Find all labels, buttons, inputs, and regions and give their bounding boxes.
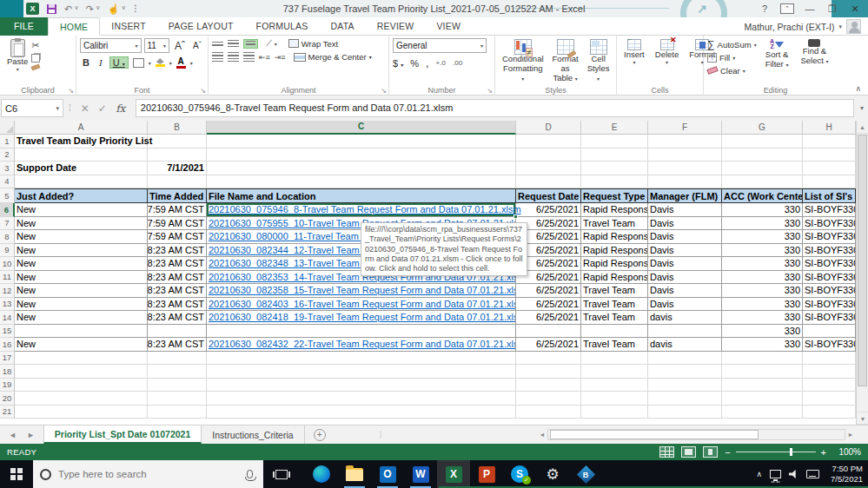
cell-F3[interactable] <box>648 162 722 175</box>
conditional-formatting-button[interactable]: ConditionalFormatting ▾ <box>499 38 547 85</box>
scrollbar-splitter[interactable]: ⁞ <box>380 431 383 439</box>
cell-E6[interactable]: Rapid Response <box>581 203 648 217</box>
cell-A19[interactable] <box>15 379 148 392</box>
cell-B7[interactable]: 07:59 AM CST <box>148 217 207 231</box>
cut-icon[interactable]: ✂ <box>31 40 40 51</box>
format-as-table-button[interactable]: Format asTable ▾ <box>549 38 582 85</box>
cell-B1[interactable] <box>148 135 207 148</box>
horizontal-scrollbar[interactable]: ◄ ► <box>537 428 856 441</box>
cell-G9[interactable]: 330 <box>722 244 803 258</box>
cancel-entry-icon[interactable]: ✕ <box>76 102 94 115</box>
cell-D18[interactable] <box>516 365 581 379</box>
cell-D14[interactable]: 6/25/2021 <box>516 311 581 325</box>
cell-G16[interactable]: 330 <box>722 338 803 352</box>
cell-A17[interactable] <box>15 352 148 366</box>
cell-A10[interactable]: New <box>15 257 148 271</box>
cell-F21[interactable] <box>648 406 722 419</box>
cell-B12[interactable]: 08:23 AM CST <box>148 284 207 298</box>
cell-B17[interactable] <box>148 352 207 366</box>
column-header-F[interactable]: F <box>648 121 722 135</box>
find-select-button[interactable]: Find &Select ▾ <box>797 38 832 76</box>
cell-D6[interactable]: 6/25/2021 <box>516 203 581 217</box>
cell-C14[interactable]: 20210630_082418_19-Travel Team Request F… <box>207 311 516 325</box>
cell-E20[interactable] <box>581 392 648 406</box>
search-input[interactable] <box>58 469 240 479</box>
cell-F19[interactable] <box>648 379 722 392</box>
cell-H17[interactable] <box>803 352 856 366</box>
italic-button[interactable]: I <box>96 57 105 68</box>
formula-input[interactable]: 20210630_075946_8-Travel Team Request Fo… <box>136 99 854 117</box>
insert-function-icon[interactable]: fx <box>111 102 130 115</box>
save-icon[interactable] <box>47 4 56 14</box>
cell-H3[interactable] <box>803 162 856 175</box>
cell-C17[interactable] <box>207 352 516 366</box>
cell-H10[interactable]: SI-BOYF330 <box>803 257 856 271</box>
cell-G1[interactable] <box>722 135 803 148</box>
cell-B2[interactable] <box>148 148 207 162</box>
cell-G11[interactable]: 330 <box>722 271 803 285</box>
collapse-ribbon-button[interactable]: ∧ <box>855 84 861 93</box>
cell-A15[interactable] <box>15 325 148 339</box>
select-all-corner[interactable] <box>0 121 15 135</box>
align-center-icon[interactable] <box>228 52 239 62</box>
cell-C16[interactable]: 20210630_082432_22-Travel Team Request F… <box>207 338 516 352</box>
cell-H14[interactable]: SI-BOYF330 <box>803 311 856 325</box>
row-header-12[interactable]: 12 <box>0 284 15 298</box>
cell-H20[interactable] <box>803 392 856 406</box>
cell-F6[interactable]: Davis <box>648 203 722 217</box>
cell-H21[interactable] <box>803 406 856 419</box>
horizontal-scroll-track[interactable] <box>547 429 845 440</box>
taskbar-file-explorer[interactable] <box>338 460 371 488</box>
cell-H11[interactable]: SI-BOYF330 <box>803 271 856 285</box>
cell-G10[interactable]: 330 <box>722 257 803 271</box>
restore-button[interactable]: ❐ <box>821 0 844 17</box>
increase-decimal-icon[interactable]: +.0 <box>436 59 446 67</box>
delete-cells-button[interactable]: Delete▾ <box>652 38 682 85</box>
keyboard-icon[interactable] <box>806 470 819 478</box>
cell-B14[interactable]: 08:23 AM CST <box>148 311 207 325</box>
cell-A16[interactable]: New <box>15 338 148 352</box>
row-header-1[interactable]: 1 <box>0 135 15 148</box>
cell-C13[interactable]: 20210630_082403_16-Travel Team Request F… <box>207 298 516 312</box>
increase-indent-icon[interactable]: ⇥≡ <box>275 53 286 62</box>
cell-H9[interactable]: SI-BOYF330 <box>803 244 856 258</box>
taskbar-search[interactable] <box>33 460 263 488</box>
taskbar-powerpoint[interactable]: P <box>470 460 503 488</box>
cell-styles-button[interactable]: CellStyles ▾ <box>584 38 613 85</box>
fill-handle[interactable] <box>514 214 518 219</box>
cell-C19[interactable] <box>207 379 516 392</box>
copy-icon[interactable] <box>31 54 40 63</box>
cell-B21[interactable] <box>148 406 207 419</box>
cell-E1[interactable] <box>581 135 648 148</box>
cell-H2[interactable] <box>803 148 856 162</box>
align-left-icon[interactable] <box>212 52 223 62</box>
row-header-4[interactable]: 4 <box>0 175 15 189</box>
cell-B19[interactable] <box>148 379 207 392</box>
cell-F17[interactable] <box>648 352 722 366</box>
cell-H16[interactable]: SI-BOYF330 <box>803 338 856 352</box>
dialog-launcher-icon[interactable]: ↘ <box>200 87 206 95</box>
cell-A21[interactable] <box>15 406 148 419</box>
cell-A7[interactable]: New <box>15 217 148 231</box>
sheet-tab-instructions[interactable]: Instructions_Criteria <box>202 425 304 444</box>
cell-G15[interactable]: 330 <box>722 325 803 339</box>
cell-E17[interactable] <box>581 352 648 366</box>
cell-G21[interactable] <box>722 406 803 419</box>
tab-review[interactable]: REVIEW <box>366 17 426 36</box>
close-button[interactable]: ✕ <box>844 0 866 17</box>
file-hyperlink-row-16[interactable]: 20210630_082432_22-Travel Team Request F… <box>209 339 516 349</box>
orientation-icon[interactable]: ⟋ ▾ <box>266 38 277 49</box>
cell-B18[interactable] <box>148 365 207 379</box>
cell-D21[interactable] <box>516 406 581 419</box>
dialog-launcher-icon[interactable]: ↘ <box>487 87 493 95</box>
cell-D1[interactable] <box>516 135 581 148</box>
help-button[interactable]: ? <box>753 0 776 17</box>
row-header-6[interactable]: 6 <box>0 203 15 217</box>
volume-icon[interactable] <box>789 470 798 478</box>
cell-H4[interactable] <box>803 175 856 189</box>
cell-E10[interactable]: Rapid Response <box>581 257 648 271</box>
cell-C5[interactable]: File Name and Location <box>207 188 516 203</box>
cell-D20[interactable] <box>516 392 581 406</box>
next-sheet-icon[interactable]: ► <box>27 431 35 439</box>
font-color-icon[interactable]: A <box>176 57 186 69</box>
